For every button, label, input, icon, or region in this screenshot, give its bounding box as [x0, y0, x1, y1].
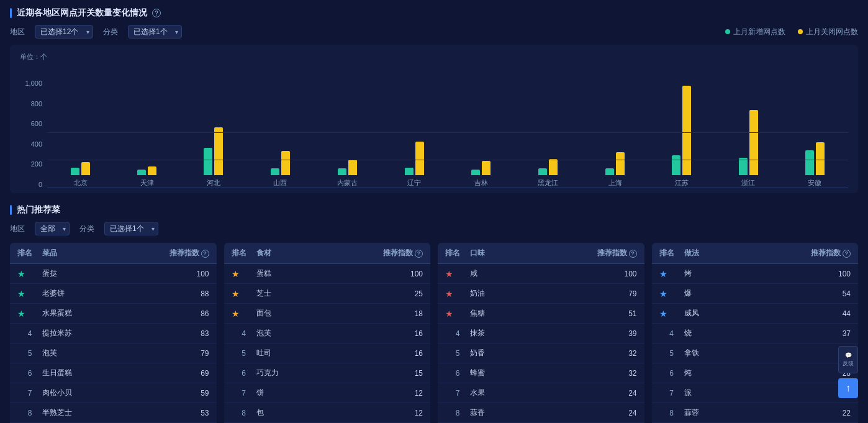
bar-green	[71, 168, 79, 175]
rank-star: ★	[445, 269, 453, 279]
chart-y-axis: 0 200 400 600 800 1,000	[20, 80, 42, 188]
table-row: ★咸100	[438, 264, 644, 284]
bar-green	[204, 148, 212, 175]
dish-score: 16	[373, 329, 423, 338]
table-row: 4提拉米苏83	[10, 324, 217, 343]
rank-cell: 6	[659, 369, 684, 378]
dish-score: 69	[160, 369, 209, 378]
feedback-button[interactable]: 💬 反馈	[838, 346, 858, 373]
rank-cell: ★	[659, 289, 684, 299]
chart-info-icon[interactable]: ?	[152, 9, 161, 17]
table-col-info-icon[interactable]: ?	[415, 250, 423, 258]
table-row: ★老婆饼88	[10, 284, 217, 304]
bar-green	[805, 150, 814, 175]
bar-group: 辽宁	[405, 142, 424, 188]
chart-filter-row: 地区 已选择12个 分类 已选择1个 上月新增网点数 上月关闭网点	[10, 25, 858, 39]
bar-group: 内蒙古	[337, 160, 358, 188]
bar-yellow	[749, 110, 758, 175]
bar-group: 吉林	[471, 161, 491, 188]
bar-label: 江苏	[675, 178, 689, 188]
dish-score: 100	[587, 270, 637, 278]
dish-name: 肉松小贝	[42, 388, 160, 398]
bar-yellow	[348, 160, 357, 175]
dish-score: 32	[587, 369, 637, 378]
table-row: 4抹茶39	[438, 324, 644, 343]
dish-score: 86	[160, 309, 209, 318]
bar-yellow	[482, 161, 491, 175]
bar-green	[471, 170, 480, 175]
dish-score: 79	[160, 349, 209, 358]
table-col-info-icon[interactable]: ?	[843, 250, 851, 258]
table-col-info-icon[interactable]: ?	[629, 250, 637, 258]
rank-star: ★	[232, 269, 240, 279]
table-row: 8半熟芝士53	[10, 403, 217, 423]
hot-type-select[interactable]: 已选择1个	[104, 222, 158, 235]
table-row: 6蜂蜜32	[438, 363, 644, 383]
table-row: ★水果蛋糕86	[10, 304, 217, 324]
rank-cell: 6	[445, 369, 470, 378]
legend-new-dot	[725, 29, 730, 34]
rank-cell: 5	[17, 349, 42, 358]
page: 近期各地区网点开关数量变化情况 ? 地区 已选择12个 分类 已选择1个 上月新…	[0, 0, 868, 423]
bar-label: 河北	[207, 178, 220, 188]
dish-name: 巧克力	[256, 368, 374, 378]
dish-score: 24	[587, 409, 637, 417]
chart-area-select-wrapper: 已选择12个	[35, 25, 93, 39]
dish-name: 水果	[470, 388, 587, 398]
dish-score: 54	[801, 289, 851, 298]
dish-name: 烧	[684, 328, 802, 339]
chart-area-select[interactable]: 已选择12个	[35, 25, 93, 39]
dish-name: 吐司	[256, 348, 374, 358]
table-row: ★芝士25	[224, 284, 431, 304]
hot-type-select-wrapper: 已选择1个	[104, 222, 158, 235]
table-row: 8包12	[224, 403, 431, 423]
rank-cell: 5	[445, 349, 470, 358]
dish-score: 15	[373, 369, 423, 378]
bar-yellow	[148, 166, 156, 175]
bar-green	[672, 155, 680, 175]
table-row: ★焦糖51	[438, 304, 644, 324]
dish-name: 泡芙	[256, 328, 374, 339]
bar-label: 上海	[608, 178, 622, 188]
legend-close: 上月关闭网点数	[798, 27, 858, 37]
table-row: ★蛋挞100	[10, 264, 217, 284]
table-row: 6炖28	[652, 363, 859, 383]
bar-group: 上海	[605, 152, 625, 188]
dish-score: 12	[373, 389, 423, 398]
bar-group: 浙江	[739, 110, 758, 188]
chart-area-label: 地区	[10, 27, 25, 37]
scroll-top-button[interactable]: ↑	[838, 378, 858, 398]
tables-grid: 排名菜品推荐指数?★蛋挞100★老婆饼88★水果蛋糕864提拉米苏835泡芙79…	[10, 243, 858, 423]
hot-area-select[interactable]: 全部	[35, 222, 70, 235]
rank-cell: ★	[232, 289, 256, 299]
dish-name: 芝士	[256, 288, 374, 299]
dish-name: 咸	[470, 268, 587, 279]
dish-name: 炖	[684, 368, 802, 378]
chart-section-title: 近期各地区网点开关数量变化情况 ?	[10, 7, 858, 19]
hot-area-select-wrapper: 全部	[35, 222, 70, 235]
bar-green	[405, 168, 414, 175]
rank-cell: 6	[232, 369, 256, 378]
table-col-info-icon[interactable]: ?	[201, 250, 209, 258]
rank-cell: ★	[17, 289, 42, 299]
bar-green	[605, 168, 614, 175]
chart-type-select[interactable]: 已选择1个	[128, 25, 182, 39]
bar-group: 北京	[71, 162, 90, 188]
rank-star: ★	[659, 309, 667, 319]
dish-score: 25	[373, 289, 423, 298]
dish-name: 威风	[684, 308, 802, 319]
table-row: ★烤100	[652, 264, 859, 284]
bar-yellow	[549, 159, 558, 175]
table-row: 4泡芙16	[224, 324, 431, 343]
table-row: 7派25	[652, 383, 859, 403]
rank-star: ★	[659, 289, 667, 299]
table-row: 6巧克力15	[224, 363, 431, 383]
table-card-dish: 排名菜品推荐指数?★蛋挞100★老婆饼88★水果蛋糕864提拉米苏835泡芙79…	[10, 243, 217, 423]
dish-name: 爆	[684, 288, 802, 299]
rank-cell: 8	[17, 409, 42, 417]
rank-star: ★	[659, 269, 667, 279]
table-card-method: 排名做法推荐指数?★烤100★爆54★威风444烧375拿铁286炖287派25…	[652, 243, 859, 423]
bar-label: 北京	[74, 178, 88, 188]
chart-container: 0 200 400 600 800 1,000 北京天津河北山西内蒙古辽宁吉林黑…	[20, 64, 848, 188]
dish-name: 包	[256, 407, 374, 418]
